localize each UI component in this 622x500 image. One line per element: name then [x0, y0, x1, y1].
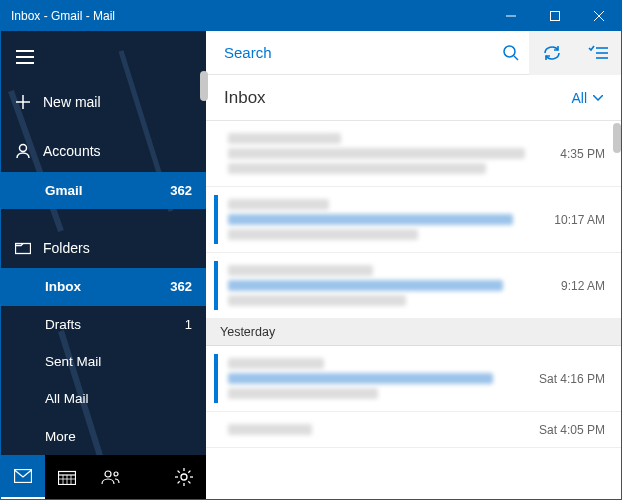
- sync-icon: [542, 44, 562, 62]
- account-item-label: Gmail: [45, 183, 170, 198]
- svg-line-26: [188, 481, 190, 483]
- svg-point-19: [114, 472, 118, 476]
- unread-indicator: [214, 354, 218, 403]
- hamburger-icon: [16, 50, 34, 64]
- checklist-icon: [588, 45, 608, 61]
- sidebar-scrollbar[interactable]: [200, 71, 208, 101]
- filter-dropdown[interactable]: All: [571, 90, 603, 106]
- folder-item-drafts[interactable]: Drafts 1: [1, 306, 206, 343]
- svg-point-29: [504, 46, 515, 57]
- folder-item-allmail[interactable]: All Mail: [1, 380, 206, 417]
- message-time: Sat 4:05 PM: [539, 423, 605, 437]
- accounts-label: Accounts: [43, 143, 192, 159]
- folder-item-label: More: [45, 429, 192, 444]
- unread-indicator: [214, 195, 218, 244]
- main-pane: Search Inbox All: [206, 31, 621, 499]
- svg-line-28: [188, 471, 190, 473]
- new-mail-button[interactable]: New mail: [1, 81, 206, 122]
- unread-indicator: [214, 261, 218, 310]
- person-icon: [15, 143, 43, 159]
- folder-item-count: 362: [170, 279, 192, 294]
- sync-button[interactable]: [529, 31, 575, 75]
- folder-item-count: 1: [185, 317, 192, 332]
- calendar-icon: [58, 469, 76, 485]
- maximize-icon: [550, 11, 560, 21]
- account-item-count: 362: [170, 183, 192, 198]
- svg-line-25: [178, 471, 180, 473]
- maximize-button[interactable]: [533, 1, 577, 31]
- app-body: New mail Accounts Gmail 362 Folders Inbo…: [1, 31, 621, 499]
- folder-item-more[interactable]: More: [1, 418, 206, 455]
- unread-indicator: [214, 129, 218, 178]
- message-preview: [228, 420, 529, 439]
- svg-point-9: [20, 144, 27, 151]
- chevron-down-icon: [593, 95, 603, 101]
- message-time: Sat 4:16 PM: [539, 372, 605, 386]
- minimize-button[interactable]: [489, 1, 533, 31]
- mail-app-button[interactable]: [1, 455, 45, 499]
- minimize-icon: [506, 11, 516, 21]
- list-scrollbar[interactable]: [613, 123, 621, 153]
- svg-line-30: [514, 56, 518, 60]
- folders-label: Folders: [43, 240, 192, 256]
- sidebar: New mail Accounts Gmail 362 Folders Inbo…: [1, 31, 206, 499]
- unread-indicator: [214, 420, 218, 439]
- settings-button[interactable]: [162, 455, 206, 499]
- calendar-app-button[interactable]: [45, 455, 89, 499]
- folder-item-label: Drafts: [45, 317, 185, 332]
- accounts-heading[interactable]: Accounts: [1, 130, 206, 171]
- people-icon: [101, 469, 121, 485]
- folder-item-label: Inbox: [45, 279, 170, 294]
- folder-item-label: Sent Mail: [45, 354, 192, 369]
- message-preview: [228, 261, 551, 310]
- message-preview: [228, 129, 550, 178]
- message-item[interactable]: Sat 4:16 PM: [206, 346, 621, 412]
- app-window: Inbox - Gmail - Mail New mail: [0, 0, 622, 500]
- message-item[interactable]: 9:12 AM: [206, 253, 621, 319]
- selection-mode-button[interactable]: [575, 31, 621, 75]
- window-title: Inbox - Gmail - Mail: [11, 9, 489, 23]
- sidebar-top: [1, 31, 206, 77]
- folder-item-label: All Mail: [45, 391, 192, 406]
- toolbar: Search: [206, 31, 621, 75]
- folder-item-inbox[interactable]: Inbox 362: [1, 268, 206, 305]
- app-bar: [1, 455, 206, 499]
- people-app-button[interactable]: [89, 455, 133, 499]
- folder-icon: [15, 241, 43, 255]
- message-item[interactable]: 4:35 PM: [206, 121, 621, 187]
- message-time: 9:12 AM: [561, 279, 605, 293]
- message-item[interactable]: Sat 4:05 PM: [206, 412, 621, 448]
- gear-icon: [175, 468, 193, 486]
- message-preview: [228, 354, 529, 403]
- search-input[interactable]: Search: [206, 31, 529, 75]
- svg-point-20: [181, 474, 187, 480]
- search-placeholder: Search: [224, 44, 503, 61]
- svg-line-27: [178, 481, 180, 483]
- close-icon: [594, 11, 604, 21]
- titlebar: Inbox - Gmail - Mail: [1, 1, 621, 31]
- search-icon: [503, 45, 519, 61]
- message-item[interactable]: 10:17 AM: [206, 187, 621, 253]
- mail-icon: [14, 469, 32, 483]
- account-item-gmail[interactable]: Gmail 362: [1, 172, 206, 209]
- date-group-header: Yesterday: [206, 319, 621, 346]
- message-time: 10:17 AM: [554, 213, 605, 227]
- message-time: 4:35 PM: [560, 147, 605, 161]
- plus-icon: [15, 94, 43, 110]
- close-button[interactable]: [577, 1, 621, 31]
- svg-rect-1: [551, 12, 560, 21]
- folders-heading[interactable]: Folders: [1, 227, 206, 268]
- message-preview: [228, 195, 544, 244]
- hamburger-button[interactable]: [1, 37, 49, 77]
- filter-label: All: [571, 90, 587, 106]
- folder-item-sent[interactable]: Sent Mail: [1, 343, 206, 380]
- new-mail-label: New mail: [43, 94, 192, 110]
- list-header: Inbox All: [206, 75, 621, 121]
- svg-point-18: [105, 471, 111, 477]
- folder-title: Inbox: [224, 88, 571, 108]
- message-list[interactable]: 4:35 PM 10:17 AM: [206, 121, 621, 499]
